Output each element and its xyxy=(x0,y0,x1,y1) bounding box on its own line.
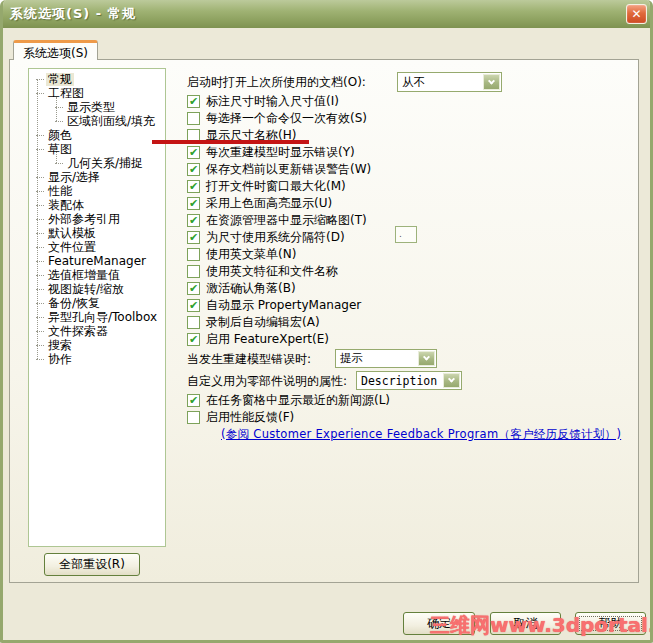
tree-guide-line xyxy=(36,261,44,262)
checkbox[interactable]: ✔ xyxy=(187,333,200,346)
checkbox[interactable] xyxy=(187,112,200,125)
checkbox-row[interactable]: ✔启用 FeatureXpert(E) xyxy=(181,331,633,348)
checkbox-row[interactable]: ✔保存文档前以更新错误警告(W) xyxy=(181,161,633,178)
window-title: 系统选项(S) - 常规 xyxy=(10,5,136,23)
tree-item-label: 文件探索器 xyxy=(46,325,110,338)
dropdown-label: 自定义用为零部件说明的属性: xyxy=(187,373,347,390)
dropdown-button[interactable] xyxy=(418,351,435,366)
check-icon: ✔ xyxy=(189,198,198,209)
checkbox-row[interactable]: 启用性能反馈(F) xyxy=(181,409,633,426)
checkbox[interactable]: ✔ xyxy=(187,146,200,159)
decimal-separator-input[interactable]: . xyxy=(395,226,417,243)
tree-item[interactable]: 默认模板 xyxy=(29,226,165,240)
checkbox-label: 录制后自动编辑宏(A) xyxy=(206,314,320,331)
title-bar[interactable]: 系统选项(S) - 常规 ✕ xyxy=(0,0,653,28)
feedback-link[interactable]: (参阅 Customer Experience Feedback Program… xyxy=(221,427,621,442)
checkbox[interactable]: ✔ xyxy=(187,394,200,407)
dropdown-label: 当发生重建模型错误时: xyxy=(187,351,311,368)
tree-item[interactable]: 区域剖面线/填充 xyxy=(29,114,165,128)
tree-item[interactable]: 备份/恢复 xyxy=(29,296,165,310)
red-underline-annotation xyxy=(152,140,309,144)
tree-item[interactable]: 草图 xyxy=(29,142,165,156)
dropdown[interactable]: 提示 xyxy=(335,349,437,368)
tree-item[interactable]: 性能 xyxy=(29,184,165,198)
checkbox-row[interactable]: ✔为尺寸使用系统分隔符(D). xyxy=(181,229,633,246)
select-row: 自定义用为零部件说明的属性:Description xyxy=(181,370,633,392)
tree-guide-line xyxy=(36,303,44,304)
checkbox[interactable]: ✔ xyxy=(187,231,200,244)
checkbox[interactable]: ✔ xyxy=(187,95,200,108)
select-row: 启动时打开上次所使用的文档(O):从不 xyxy=(181,71,633,93)
checkbox[interactable] xyxy=(187,265,200,278)
checkbox-row[interactable]: 录制后自动编辑宏(A) xyxy=(181,314,633,331)
dropdown[interactable]: Description xyxy=(356,371,462,390)
tree-item-label: 几何关系/捕捉 xyxy=(65,157,145,170)
chevron-down-icon xyxy=(488,77,495,84)
tree-item[interactable]: 显示/选择 xyxy=(29,170,165,184)
checkbox[interactable] xyxy=(187,316,200,329)
tree-item[interactable]: 颜色 xyxy=(29,128,165,142)
checkbox-row[interactable]: ✔标注尺寸时输入尺寸值(I) xyxy=(181,93,633,110)
tree-item[interactable]: 工程图 xyxy=(29,86,165,100)
checkbox-row[interactable]: ✔每次重建模型时显示错误(Y) xyxy=(181,144,633,161)
dropdown[interactable]: 从不 xyxy=(397,72,502,92)
dropdown-value: Description xyxy=(357,374,442,388)
options-tree: 常规工程图显示类型区域剖面线/填充颜色草图几何关系/捕捉显示/选择性能装配体外部… xyxy=(28,68,166,547)
tree-item[interactable]: 选值框增量值 xyxy=(29,268,165,282)
checkbox[interactable]: ✔ xyxy=(187,214,200,227)
checkbox[interactable] xyxy=(187,248,200,261)
checkbox-label: 激活确认角落(B) xyxy=(206,280,296,297)
tree-item[interactable]: 常规 xyxy=(29,72,165,86)
check-icon: ✔ xyxy=(189,334,198,345)
checkbox-row[interactable]: 显示尺寸名称(H) xyxy=(181,127,633,144)
tab-system-options[interactable]: 系统选项(S) xyxy=(13,40,98,60)
checkbox-label: 在资源管理器中显示缩略图(T) xyxy=(206,212,367,229)
tree-item[interactable]: 装配体 xyxy=(29,198,165,212)
reset-all-button[interactable]: 全部重设(R) xyxy=(44,553,140,576)
link-row: (参阅 Customer Experience Feedback Program… xyxy=(181,426,633,442)
checkbox[interactable]: ✔ xyxy=(187,180,200,193)
tree-item[interactable]: 文件探索器 xyxy=(29,324,165,338)
checkbox-label: 每次重建模型时显示错误(Y) xyxy=(206,144,355,161)
checkbox[interactable]: ✔ xyxy=(187,163,200,176)
help-button[interactable]: 帮助 xyxy=(575,612,646,635)
checkbox-label: 自动显示 PropertyManager xyxy=(206,297,361,314)
checkbox-row[interactable]: 使用英文菜单(N) xyxy=(181,246,633,263)
checkbox[interactable]: ✔ xyxy=(187,282,200,295)
checkbox-row[interactable]: ✔在任务窗格中显示最近的新闻源(L) xyxy=(181,392,633,409)
dropdown-button[interactable] xyxy=(443,373,460,388)
close-icon: ✕ xyxy=(631,8,641,20)
tree-item[interactable]: 文件位置 xyxy=(29,240,165,254)
tree-item[interactable]: 外部参考引用 xyxy=(29,212,165,226)
tree-item[interactable]: FeatureManager xyxy=(29,254,165,268)
check-icon: ✔ xyxy=(189,283,198,294)
tree-item[interactable]: 视图旋转/缩放 xyxy=(29,282,165,296)
tree-item[interactable]: 几何关系/捕捉 xyxy=(29,156,165,170)
cancel-button[interactable]: 取消 xyxy=(490,612,561,635)
checkbox-row[interactable]: 每选择一个命令仅一次有效(S) xyxy=(181,110,633,127)
checkbox[interactable] xyxy=(187,411,200,424)
checkbox-row[interactable]: ✔打开文件时窗口最大化(M) xyxy=(181,178,633,195)
tree-item-label: 颜色 xyxy=(46,129,74,142)
check-icon: ✔ xyxy=(189,300,198,311)
checkbox-label: 使用英文特征和文件名称 xyxy=(206,263,338,280)
checkbox-row[interactable]: ✔自动显示 PropertyManager xyxy=(181,297,633,314)
tree-guide-line xyxy=(36,233,44,234)
tree-item[interactable]: 搜索 xyxy=(29,338,165,352)
tree-guide-line xyxy=(36,275,44,276)
ok-button[interactable]: 确定 xyxy=(403,612,475,635)
checkbox-row[interactable]: ✔采用上色面高亮显示(U) xyxy=(181,195,633,212)
tree-item-label: 文件位置 xyxy=(46,241,98,254)
checkbox-label: 标注尺寸时输入尺寸值(I) xyxy=(206,93,339,110)
dropdown-button[interactable] xyxy=(483,74,500,90)
checkbox[interactable]: ✔ xyxy=(187,299,200,312)
checkbox[interactable]: ✔ xyxy=(187,197,200,210)
tree-item[interactable]: 异型孔向导/Toolbox xyxy=(29,310,165,324)
checkbox-row[interactable]: 使用英文特征和文件名称 xyxy=(181,263,633,280)
close-button[interactable]: ✕ xyxy=(626,4,647,24)
tree-item[interactable]: 显示类型 xyxy=(29,100,165,114)
checkbox-row[interactable]: ✔激活确认角落(B) xyxy=(181,280,633,297)
tree-item[interactable]: 协作 xyxy=(29,352,165,366)
tree-item-label: 工程图 xyxy=(46,87,86,100)
system-options-dialog: 系统选项(S) - 常规 ✕ 系统选项(S) 常规工程图显示类型区域剖面线/填充… xyxy=(0,0,653,643)
